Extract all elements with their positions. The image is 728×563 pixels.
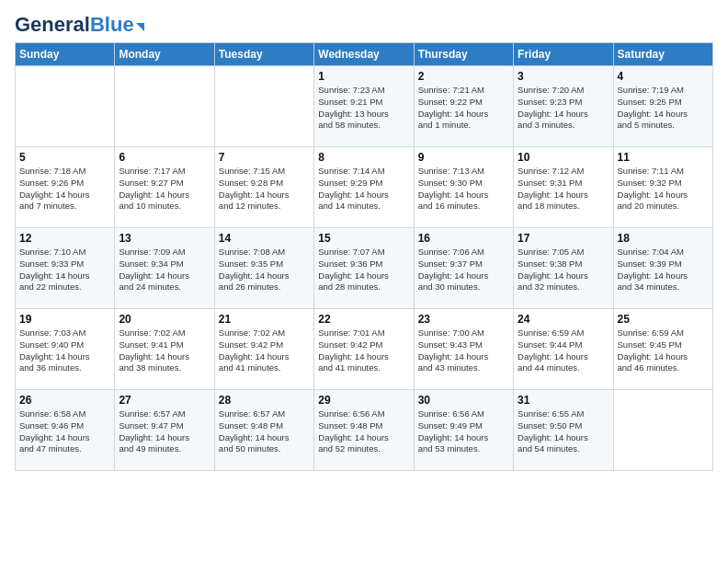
calendar-cell: 19Sunrise: 7:03 AM Sunset: 9:40 PM Dayli… (16, 309, 115, 390)
weekday-header-wednesday: Wednesday (314, 43, 414, 66)
day-info: Sunrise: 7:02 AM Sunset: 9:42 PM Dayligh… (219, 327, 310, 374)
calendar-cell: 14Sunrise: 7:08 AM Sunset: 9:35 PM Dayli… (214, 228, 313, 309)
weekday-header-tuesday: Tuesday (214, 43, 313, 66)
day-info: Sunrise: 7:12 AM Sunset: 9:31 PM Dayligh… (518, 166, 609, 213)
weekday-header-saturday: Saturday (613, 43, 712, 66)
day-number: 7 (219, 151, 310, 164)
calendar-cell: 16Sunrise: 7:06 AM Sunset: 9:37 PM Dayli… (414, 228, 513, 309)
day-number: 19 (19, 313, 110, 326)
calendar-cell: 13Sunrise: 7:09 AM Sunset: 9:34 PM Dayli… (115, 228, 214, 309)
day-info: Sunrise: 7:10 AM Sunset: 9:33 PM Dayligh… (19, 247, 110, 293)
day-number: 22 (318, 313, 409, 326)
day-info: Sunrise: 7:01 AM Sunset: 9:42 PM Dayligh… (318, 327, 409, 374)
calendar-table: SundayMondayTuesdayWednesdayThursdayFrid… (15, 42, 713, 471)
day-info: Sunrise: 7:14 AM Sunset: 9:29 PM Dayligh… (318, 166, 409, 213)
day-info: Sunrise: 6:57 AM Sunset: 9:47 PM Dayligh… (119, 408, 210, 455)
day-number: 27 (119, 394, 210, 407)
day-number: 30 (418, 394, 509, 407)
calendar-cell: 6Sunrise: 7:17 AM Sunset: 9:27 PM Daylig… (115, 147, 214, 228)
day-number: 10 (518, 151, 609, 164)
day-number: 29 (318, 394, 409, 407)
logo-text: GeneralBlue (15, 15, 134, 35)
weekday-header-thursday: Thursday (414, 43, 513, 66)
day-info: Sunrise: 7:00 AM Sunset: 9:43 PM Dayligh… (418, 327, 509, 374)
day-info: Sunrise: 7:07 AM Sunset: 9:36 PM Dayligh… (318, 247, 409, 293)
day-number: 28 (219, 394, 310, 407)
day-info: Sunrise: 7:20 AM Sunset: 9:23 PM Dayligh… (518, 85, 609, 132)
day-info: Sunrise: 7:13 AM Sunset: 9:30 PM Dayligh… (418, 166, 509, 213)
day-info: Sunrise: 6:58 AM Sunset: 9:46 PM Dayligh… (19, 408, 110, 455)
calendar-cell: 15Sunrise: 7:07 AM Sunset: 9:36 PM Dayli… (314, 228, 414, 309)
weekday-header-friday: Friday (514, 43, 613, 66)
calendar-cell: 27Sunrise: 6:57 AM Sunset: 9:47 PM Dayli… (115, 390, 214, 471)
day-info: Sunrise: 6:59 AM Sunset: 9:45 PM Dayligh… (618, 327, 709, 374)
weekday-header-sunday: Sunday (16, 43, 115, 66)
day-info: Sunrise: 7:08 AM Sunset: 9:35 PM Dayligh… (219, 247, 310, 293)
day-number: 11 (618, 151, 709, 164)
day-info: Sunrise: 7:03 AM Sunset: 9:40 PM Dayligh… (19, 327, 110, 374)
calendar-cell: 22Sunrise: 7:01 AM Sunset: 9:42 PM Dayli… (314, 309, 414, 390)
calendar-cell: 31Sunrise: 6:55 AM Sunset: 9:50 PM Dayli… (514, 390, 613, 471)
calendar-cell: 9Sunrise: 7:13 AM Sunset: 9:30 PM Daylig… (414, 147, 513, 228)
logo: GeneralBlue (15, 15, 144, 35)
day-info: Sunrise: 7:02 AM Sunset: 9:41 PM Dayligh… (119, 327, 210, 374)
day-number: 26 (19, 394, 110, 407)
calendar-cell: 8Sunrise: 7:14 AM Sunset: 9:29 PM Daylig… (314, 147, 414, 228)
calendar-cell: 29Sunrise: 6:56 AM Sunset: 9:48 PM Dayli… (314, 390, 414, 471)
day-number: 16 (418, 232, 509, 245)
calendar-cell (613, 390, 712, 471)
day-info: Sunrise: 7:15 AM Sunset: 9:28 PM Dayligh… (219, 166, 310, 213)
day-number: 18 (618, 232, 709, 245)
calendar-cell: 1Sunrise: 7:23 AM Sunset: 9:21 PM Daylig… (314, 66, 414, 147)
calendar-cell: 20Sunrise: 7:02 AM Sunset: 9:41 PM Dayli… (115, 309, 214, 390)
day-number: 13 (119, 232, 210, 245)
calendar-cell: 11Sunrise: 7:11 AM Sunset: 9:32 PM Dayli… (613, 147, 712, 228)
calendar-cell (214, 66, 313, 147)
day-info: Sunrise: 6:57 AM Sunset: 9:48 PM Dayligh… (219, 408, 310, 455)
calendar-cell: 21Sunrise: 7:02 AM Sunset: 9:42 PM Dayli… (214, 309, 313, 390)
day-number: 31 (518, 394, 609, 407)
calendar-cell (115, 66, 214, 147)
calendar-cell: 18Sunrise: 7:04 AM Sunset: 9:39 PM Dayli… (613, 228, 712, 309)
day-info: Sunrise: 7:21 AM Sunset: 9:22 PM Dayligh… (418, 85, 509, 132)
day-number: 5 (19, 151, 110, 164)
day-number: 4 (618, 70, 709, 83)
calendar-cell: 10Sunrise: 7:12 AM Sunset: 9:31 PM Dayli… (514, 147, 613, 228)
day-info: Sunrise: 7:18 AM Sunset: 9:26 PM Dayligh… (19, 166, 110, 213)
day-number: 6 (119, 151, 210, 164)
day-number: 2 (418, 70, 509, 83)
calendar-cell: 2Sunrise: 7:21 AM Sunset: 9:22 PM Daylig… (414, 66, 513, 147)
day-info: Sunrise: 6:56 AM Sunset: 9:49 PM Dayligh… (418, 408, 509, 455)
day-info: Sunrise: 6:59 AM Sunset: 9:44 PM Dayligh… (518, 327, 609, 374)
calendar-cell: 23Sunrise: 7:00 AM Sunset: 9:43 PM Dayli… (414, 309, 513, 390)
calendar-cell: 28Sunrise: 6:57 AM Sunset: 9:48 PM Dayli… (214, 390, 313, 471)
day-number: 9 (418, 151, 509, 164)
calendar-cell (16, 66, 115, 147)
day-info: Sunrise: 7:04 AM Sunset: 9:39 PM Dayligh… (618, 247, 709, 293)
day-info: Sunrise: 7:17 AM Sunset: 9:27 PM Dayligh… (119, 166, 210, 213)
day-number: 1 (318, 70, 409, 83)
calendar-cell: 12Sunrise: 7:10 AM Sunset: 9:33 PM Dayli… (16, 228, 115, 309)
day-number: 12 (19, 232, 110, 245)
calendar-cell: 26Sunrise: 6:58 AM Sunset: 9:46 PM Dayli… (16, 390, 115, 471)
day-info: Sunrise: 6:55 AM Sunset: 9:50 PM Dayligh… (518, 408, 609, 455)
day-number: 14 (219, 232, 310, 245)
day-number: 15 (318, 232, 409, 245)
page-header: GeneralBlue (15, 15, 713, 35)
day-number: 3 (518, 70, 609, 83)
calendar-cell: 25Sunrise: 6:59 AM Sunset: 9:45 PM Dayli… (613, 309, 712, 390)
day-number: 20 (119, 313, 210, 326)
logo-arrow-icon (136, 23, 144, 31)
day-info: Sunrise: 7:19 AM Sunset: 9:25 PM Dayligh… (618, 85, 709, 132)
day-info: Sunrise: 7:09 AM Sunset: 9:34 PM Dayligh… (119, 247, 210, 293)
day-number: 23 (418, 313, 509, 326)
calendar-cell: 4Sunrise: 7:19 AM Sunset: 9:25 PM Daylig… (613, 66, 712, 147)
day-info: Sunrise: 7:11 AM Sunset: 9:32 PM Dayligh… (618, 166, 709, 213)
day-number: 24 (518, 313, 609, 326)
weekday-header-monday: Monday (115, 43, 214, 66)
day-number: 8 (318, 151, 409, 164)
day-number: 21 (219, 313, 310, 326)
calendar-cell: 30Sunrise: 6:56 AM Sunset: 9:49 PM Dayli… (414, 390, 513, 471)
day-number: 25 (618, 313, 709, 326)
calendar-cell: 7Sunrise: 7:15 AM Sunset: 9:28 PM Daylig… (214, 147, 313, 228)
